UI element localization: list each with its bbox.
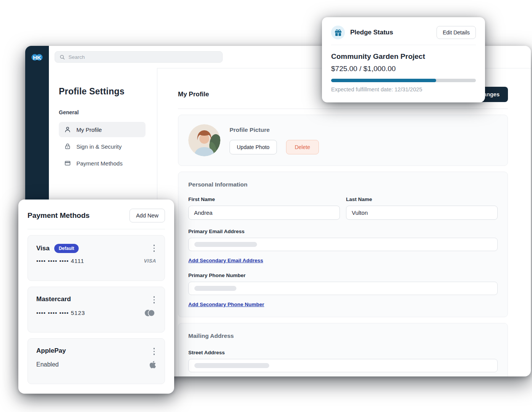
payment-divider — [27, 229, 165, 229]
sidebar-item-label: Sign in & Security — [76, 143, 121, 150]
payment-methods-card: Payment Methods Add New Visa Default •••… — [18, 200, 174, 394]
last-name-input[interactable] — [346, 206, 498, 220]
gift-icon — [335, 29, 341, 36]
svg-text:HK: HK — [33, 54, 41, 61]
sidebar-item-label: My Profile — [76, 127, 102, 133]
mailing-address-heading: Mailing Address — [188, 333, 498, 339]
kebab-menu-icon[interactable] — [152, 347, 157, 356]
search-input[interactable] — [68, 54, 218, 60]
lock-icon — [64, 143, 71, 150]
method-name: Visa — [36, 245, 50, 252]
profile-picture-panel: Profile Picture Update Photo Delete — [178, 115, 508, 166]
primary-email-input[interactable] — [188, 238, 498, 251]
first-name-label: First Name — [188, 196, 340, 202]
pledge-status-title: Pledge Status — [350, 29, 437, 36]
sidebar-item-my-profile[interactable]: My Profile — [59, 122, 146, 137]
search-icon — [60, 54, 65, 60]
method-name: Mastercard — [36, 295, 71, 303]
apple-logo-icon — [149, 360, 156, 369]
kebab-menu-icon[interactable] — [152, 295, 157, 304]
sidebar-item-label: Payment Methods — [76, 160, 123, 167]
pledge-status-card: Pledge Status Edit Details Community Gar… — [322, 17, 485, 102]
phone-placeholder-skeleton — [194, 286, 236, 291]
card-number-masked: •••• •••• •••• 5123 — [36, 310, 85, 316]
sidebar-item-sign-in-security[interactable]: Sign in & Security — [59, 139, 146, 154]
delete-photo-button[interactable]: Delete — [286, 140, 319, 154]
pledge-divider — [331, 45, 476, 45]
last-name-label: Last Name — [346, 196, 498, 202]
card-number-masked: •••• •••• •••• 4111 — [36, 258, 84, 264]
user-icon — [64, 126, 71, 133]
email-placeholder-skeleton — [194, 242, 257, 247]
first-name-input[interactable] — [188, 206, 340, 220]
default-badge: Default — [54, 244, 79, 253]
primary-phone-input[interactable] — [188, 282, 498, 295]
personal-information-heading: Personal Information — [188, 181, 498, 188]
pledge-progress-bar — [331, 79, 476, 82]
add-secondary-email-link[interactable]: Add Secondary Email Address — [188, 258, 263, 263]
main-content: My Profile Save Changes — [157, 68, 531, 376]
primary-phone-label: Primary Phone Number — [188, 273, 498, 278]
method-status: Enabled — [36, 361, 59, 368]
payment-method-mastercard[interactable]: Mastercard •••• •••• •••• 5123 — [27, 287, 165, 333]
page-title: Profile Settings — [59, 86, 146, 97]
street-address-input[interactable] — [188, 359, 498, 372]
sidebar-item-payment-methods[interactable]: Payment Methods — [59, 156, 146, 171]
sidebar-section-label: General — [59, 109, 146, 115]
pledge-amount: $725.00 / $1,000.00 — [331, 65, 476, 73]
gift-icon-circle — [331, 26, 345, 39]
pledge-progress-fill — [331, 79, 436, 82]
mastercard-logo-icon — [143, 309, 156, 317]
pledge-project-name: Community Garden Project — [331, 52, 476, 61]
add-new-button[interactable]: Add New — [129, 209, 165, 222]
page: HK Profile Settings General — [0, 0, 532, 412]
street-placeholder-skeleton — [194, 363, 269, 368]
add-secondary-phone-link[interactable]: Add Secondary Phone Number — [188, 302, 264, 307]
header-divider — [178, 109, 508, 109]
payment-methods-title: Payment Methods — [27, 211, 90, 220]
update-photo-button[interactable]: Update Photo — [230, 140, 277, 154]
mailing-address-panel: Mailing Address Street Address — [178, 323, 508, 376]
method-name: ApplePay — [36, 347, 66, 355]
personal-information-panel: Personal Information First Name Last Nam… — [178, 172, 508, 317]
edit-details-button[interactable]: Edit Details — [437, 26, 476, 39]
app-logo: HK — [30, 50, 44, 65]
payment-method-applepay[interactable]: ApplePay Enabled — [27, 338, 165, 384]
avatar — [188, 124, 220, 156]
primary-email-label: Primary Email Address — [188, 229, 498, 234]
profile-picture-heading: Profile Picture — [230, 127, 319, 133]
visa-logo-icon: VISA — [144, 258, 156, 264]
credit-card-icon — [64, 160, 71, 167]
street-address-label: Street Address — [188, 350, 498, 355]
search-box[interactable] — [55, 51, 223, 63]
payment-method-visa[interactable]: Visa Default •••• •••• •••• 4111 VISA — [27, 235, 165, 281]
kebab-menu-icon[interactable] — [152, 244, 157, 253]
pledge-fulfillment-date: Expected fulfillment date: 12/31/2025 — [331, 86, 476, 92]
main-title: My Profile — [178, 91, 209, 98]
